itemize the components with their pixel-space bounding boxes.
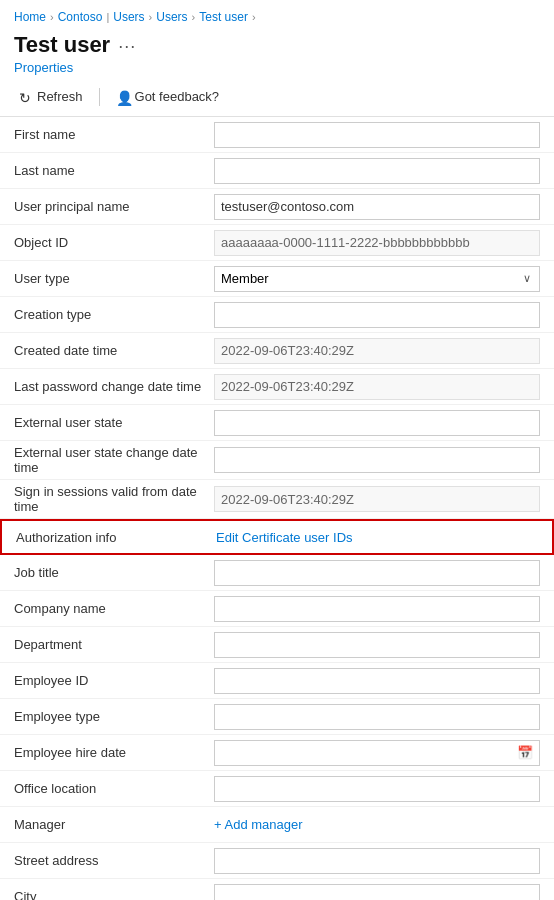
breadcrumb-users-2[interactable]: Users — [156, 10, 187, 24]
form-row-employee-type: Employee type — [0, 699, 554, 735]
feedback-button[interactable]: 👤 Got feedback? — [112, 87, 224, 106]
field-value-18 — [214, 776, 540, 802]
field-label-12: Job title — [14, 565, 214, 580]
select-user-type[interactable]: MemberGuest — [215, 267, 515, 291]
field-label-10: Sign in sessions valid from date time — [14, 484, 214, 514]
input-external-user-state[interactable] — [214, 410, 540, 436]
form-row-last-name: Last name — [0, 153, 554, 189]
form-row-external-user-state-change-date-time: External user state change date time — [0, 441, 554, 480]
field-label-16: Employee type — [14, 709, 214, 724]
field-label-19: Manager — [14, 817, 214, 832]
input-job-title[interactable] — [214, 560, 540, 586]
form-row-sign-in-sessions-valid-from-date-time: Sign in sessions valid from date time — [0, 480, 554, 519]
field-value-19: + Add manager — [214, 817, 540, 832]
refresh-button[interactable]: ↻ Refresh — [14, 87, 87, 106]
field-value-2 — [214, 194, 540, 220]
form-row-last-password-change-date-time: Last password change date time — [0, 369, 554, 405]
toolbar-separator — [99, 88, 100, 106]
form-row-company-name: Company name — [0, 591, 554, 627]
input-city[interactable] — [214, 884, 540, 901]
input-employee-id[interactable] — [214, 668, 540, 694]
breadcrumb-sep-5: › — [252, 11, 256, 23]
breadcrumb-testuser[interactable]: Test user — [199, 10, 248, 24]
field-label-8: External user state — [14, 415, 214, 430]
form-row-user-type: User typeMemberGuest∨ — [0, 261, 554, 297]
field-value-14 — [214, 632, 540, 658]
field-label-14: Department — [14, 637, 214, 652]
input-employee-type[interactable] — [214, 704, 540, 730]
add-manager-link[interactable]: + Add manager — [214, 817, 540, 832]
page-title: Test user — [14, 32, 110, 58]
breadcrumb-users-1[interactable]: Users — [113, 10, 144, 24]
field-label-20: Street address — [14, 853, 214, 868]
select-wrapper-4: MemberGuest∨ — [214, 266, 540, 292]
form-row-employee-hire-date: Employee hire date📅 — [0, 735, 554, 771]
input-company-name[interactable] — [214, 596, 540, 622]
form-row-office-location: Office location — [0, 771, 554, 807]
refresh-icon: ↻ — [18, 90, 32, 104]
field-value-20 — [214, 848, 540, 874]
more-options-icon[interactable]: ··· — [118, 36, 136, 57]
input-creation-type[interactable] — [214, 302, 540, 328]
form-row-external-user-state: External user state — [0, 405, 554, 441]
input-last-password-change-date-time — [214, 374, 540, 400]
page-title-row: Test user ··· — [0, 28, 554, 58]
field-value-1 — [214, 158, 540, 184]
field-value-13 — [214, 596, 540, 622]
input-sign-in-sessions-valid-from-date-time — [214, 486, 540, 512]
field-label-5: Creation type — [14, 307, 214, 322]
input-last-name[interactable] — [214, 158, 540, 184]
input-user-principal-name[interactable] — [214, 194, 540, 220]
form-row-manager: Manager+ Add manager — [0, 807, 554, 843]
input-external-user-state-change-date-time[interactable] — [214, 447, 540, 473]
field-label-9: External user state change date time — [14, 445, 214, 475]
form-row-authorization-info: Authorization infoEdit Certificate user … — [0, 519, 554, 555]
field-value-21 — [214, 884, 540, 901]
form-row-user-principal-name: User principal name — [0, 189, 554, 225]
breadcrumb-home[interactable]: Home — [14, 10, 46, 24]
input-object-id — [214, 230, 540, 256]
field-value-15 — [214, 668, 540, 694]
refresh-label: Refresh — [37, 89, 83, 104]
input-first-name[interactable] — [214, 122, 540, 148]
field-value-4: MemberGuest∨ — [214, 266, 540, 292]
field-label-2: User principal name — [14, 199, 214, 214]
input-office-location[interactable] — [214, 776, 540, 802]
form-row-first-name: First name — [0, 117, 554, 153]
field-label-11: Authorization info — [16, 530, 216, 545]
form-row-city: City — [0, 879, 554, 900]
field-value-6 — [214, 338, 540, 364]
input-department[interactable] — [214, 632, 540, 658]
form-row-street-address: Street address — [0, 843, 554, 879]
field-label-13: Company name — [14, 601, 214, 616]
field-label-15: Employee ID — [14, 673, 214, 688]
field-label-17: Employee hire date — [14, 745, 214, 760]
field-value-16 — [214, 704, 540, 730]
input-street-address[interactable] — [214, 848, 540, 874]
field-label-0: First name — [14, 127, 214, 142]
breadcrumb-sep-1: › — [50, 11, 54, 23]
feedback-label: Got feedback? — [135, 89, 220, 104]
breadcrumb-contoso[interactable]: Contoso — [58, 10, 103, 24]
field-value-17: 📅 — [214, 740, 540, 766]
breadcrumb-sep-3: › — [149, 11, 153, 23]
field-value-9 — [214, 447, 540, 473]
form-row-object-id: Object ID — [0, 225, 554, 261]
calendar-icon[interactable]: 📅 — [511, 745, 539, 760]
field-label-1: Last name — [14, 163, 214, 178]
field-label-6: Created date time — [14, 343, 214, 358]
field-value-10 — [214, 486, 540, 512]
field-value-5 — [214, 302, 540, 328]
field-label-7: Last password change date time — [14, 379, 214, 394]
field-value-8 — [214, 410, 540, 436]
feedback-icon: 👤 — [116, 90, 130, 104]
chevron-down-icon: ∨ — [515, 272, 539, 285]
field-value-11: Edit Certificate user IDs — [216, 530, 538, 545]
form-row-employee-id: Employee ID — [0, 663, 554, 699]
edit-certificate-link[interactable]: Edit Certificate user IDs — [216, 530, 353, 545]
form-row-creation-type: Creation type — [0, 297, 554, 333]
date-input-employee-hire-date[interactable] — [215, 741, 511, 765]
input-created-date-time — [214, 338, 540, 364]
field-label-21: City — [14, 889, 214, 900]
breadcrumb-sep-2: | — [106, 11, 109, 23]
